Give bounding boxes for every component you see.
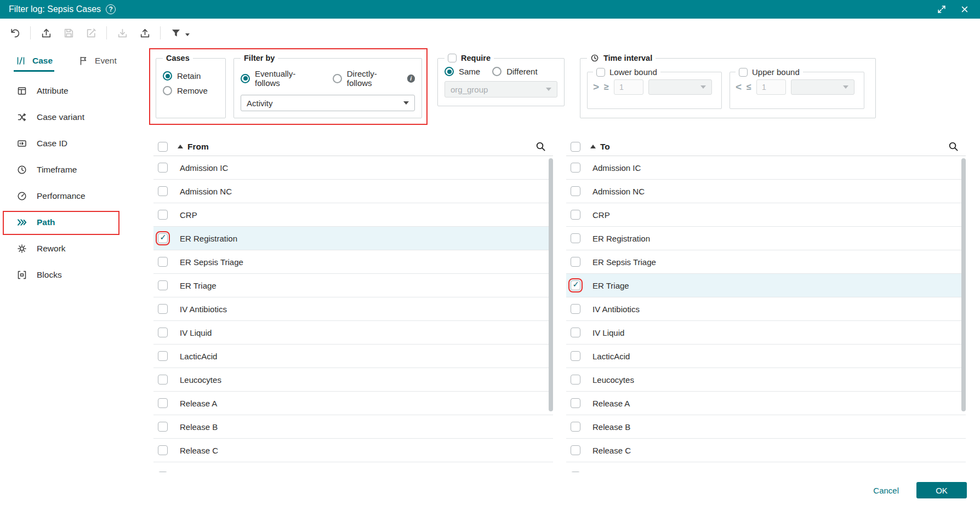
activity-checkbox[interactable] [571,163,580,173]
undo-icon[interactable] [8,26,22,40]
upper-bound-checkbox[interactable] [739,68,748,77]
activity-checkbox[interactable] [158,280,168,290]
eventually-follows-radio[interactable] [241,74,250,83]
directly-follows-radio[interactable] [333,74,342,83]
from-scrollbar[interactable] [549,158,553,411]
same-option[interactable]: Same [445,67,480,76]
activity-row[interactable]: Leucocytes [566,368,966,392]
activity-row-partial[interactable] [153,462,553,472]
sidebar-item-case-variant[interactable]: Case variant [0,104,150,130]
activity-row[interactable]: CRP [566,203,966,227]
sort-ascending-icon[interactable] [590,145,596,148]
activity-row[interactable]: Release A [153,392,553,415]
activity-checkbox[interactable] [571,233,580,243]
retain-radio[interactable] [163,71,172,81]
activity-row[interactable]: ER Sepsis Triage [153,250,553,274]
activity-checkbox[interactable] [158,186,168,196]
activity-checkbox[interactable] [158,398,168,408]
sidebar-item-timeframe[interactable]: Timeframe [0,157,150,183]
activity-row[interactable]: IV Liquid [566,321,966,345]
activity-row[interactable]: Admission IC [153,156,553,180]
activity-checkbox[interactable] [158,163,168,173]
activity-row[interactable]: Release B [153,415,553,439]
activity-checkbox[interactable] [571,328,580,337]
attribute-dropdown[interactable]: Activity [241,95,415,111]
from-select-all-checkbox[interactable] [158,142,168,152]
ok-button[interactable]: OK [916,482,967,498]
expand-icon[interactable] [935,3,948,16]
activity-checkbox[interactable] [158,422,168,432]
activity-checkbox[interactable] [158,304,168,314]
tab-case[interactable]: Case [15,47,53,74]
activity-row-partial[interactable] [566,462,966,472]
eventually-follows-option[interactable]: Eventually-follows [241,69,318,88]
sidebar-item-rework[interactable]: Rework [0,236,150,262]
to-select-all-checkbox[interactable] [571,142,580,152]
filter-menu-button[interactable] [169,26,190,40]
directly-follows-option[interactable]: Directly-follows [333,69,415,88]
activity-checkbox[interactable] [158,210,168,220]
activity-row[interactable]: IV Antibiotics [153,297,553,321]
activity-row[interactable]: LacticAcid [153,345,553,368]
activity-checkbox[interactable] [158,351,168,361]
activity-row[interactable]: Leucocytes [153,368,553,392]
activity-checkbox[interactable] [158,233,168,243]
activity-row[interactable]: Admission NC [566,180,966,203]
activity-row[interactable]: ER Triage [153,274,553,297]
activity-checkbox[interactable] [571,210,580,220]
require-checkbox[interactable] [448,54,457,62]
activity-checkbox[interactable] [158,257,168,267]
activity-row[interactable]: Release A [566,392,966,415]
activity-checkbox[interactable] [158,375,168,385]
activity-checkbox[interactable] [158,472,168,473]
same-radio[interactable] [445,67,454,76]
sidebar-item-blocks[interactable]: Blocks [0,262,150,288]
sort-ascending-icon[interactable] [178,145,183,148]
open-file-icon[interactable] [39,26,53,40]
activity-checkbox[interactable] [571,445,580,455]
different-radio[interactable] [492,67,502,76]
activity-row[interactable]: Release B [566,415,966,439]
activity-checkbox[interactable] [571,186,580,196]
activity-checkbox[interactable] [571,257,580,267]
filter-funnel-icon[interactable] [169,26,183,40]
activity-row[interactable]: ER Registration [153,227,553,250]
activity-row[interactable]: IV Liquid [153,321,553,345]
remove-radio[interactable] [163,86,172,95]
to-scrollbar[interactable] [961,158,966,411]
activity-row[interactable]: LacticAcid [566,345,966,368]
help-circle-icon[interactable] [106,4,116,14]
activity-row[interactable]: Release C [153,439,553,462]
activity-checkbox[interactable] [571,304,580,314]
sidebar-item-case-id[interactable]: Case ID [0,130,150,157]
activity-row[interactable]: ER Registration [566,227,966,250]
remove-radio-option[interactable]: Remove [163,86,219,95]
sidebar-item-path[interactable]: Path [0,209,150,236]
activity-row[interactable]: CRP [153,203,553,227]
sidebar-item-performance[interactable]: Performance [0,183,150,209]
activity-checkbox[interactable] [571,280,580,290]
activity-checkbox[interactable] [571,472,580,473]
search-icon[interactable] [948,141,959,152]
activity-row[interactable]: Admission NC [153,180,553,203]
tab-event[interactable]: Event [78,47,117,74]
activity-row[interactable]: IV Antibiotics [566,297,966,321]
close-icon[interactable] [958,3,971,16]
activity-checkbox[interactable] [571,375,580,385]
activity-row[interactable]: Release C [566,439,966,462]
activity-checkbox[interactable] [571,351,580,361]
activity-checkbox[interactable] [158,445,168,455]
lower-bound-checkbox[interactable] [596,68,605,77]
activity-row[interactable]: ER Sepsis Triage [566,250,966,274]
activity-row[interactable]: Admission IC [566,156,966,180]
activity-checkbox[interactable] [158,328,168,337]
sidebar-item-attribute[interactable]: Attribute [0,78,150,104]
cancel-button[interactable]: Cancel [873,486,899,495]
activity-row[interactable]: ER Triage [566,274,966,297]
activity-checkbox[interactable] [571,422,580,432]
search-icon[interactable] [535,141,546,152]
retain-radio-option[interactable]: Retain [163,71,219,81]
different-option[interactable]: Different [492,67,537,76]
upload-icon[interactable] [138,26,152,40]
activity-checkbox[interactable] [571,398,580,408]
